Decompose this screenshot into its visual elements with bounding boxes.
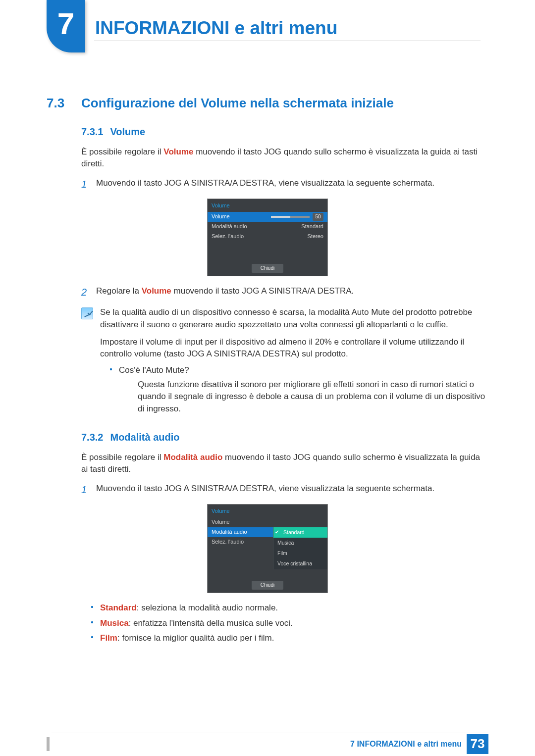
osd-option-musica[interactable]: Musica <box>273 538 327 548</box>
osd-row-select-audio[interactable]: Selez. l'audio Stereo <box>208 232 327 242</box>
osd-label: Modalità audio <box>212 528 269 536</box>
keyword-standard: Standard <box>100 603 137 612</box>
bullet-film: Film: fornisce la miglior qualità audio … <box>91 632 488 645</box>
bullet-text: : seleziona la modalità audio normale. <box>137 603 278 612</box>
note-paragraph: Se la qualità audio di un dispositivo co… <box>100 306 488 331</box>
bullet-text: : enfatizza l'intensità della musica sul… <box>129 618 293 628</box>
bullet-standard: Standard: seleziona la modalità audio no… <box>91 602 488 614</box>
osd-label: Modalità audio <box>212 223 294 231</box>
osd-footer: Chiudi <box>208 261 327 276</box>
chapter-title: INFORMAZIONI e altri menu <box>95 15 337 42</box>
note-paragraph: Impostare il volume di input per il disp… <box>100 336 488 360</box>
step-2: 2 Regolare la Volume muovendo il tasto J… <box>81 285 488 300</box>
note-icon <box>81 307 93 319</box>
subsection-heading-volume: 7.3.1Volume <box>81 125 488 139</box>
subsection-number: 7.3.2 <box>81 432 103 443</box>
step-number: 1 <box>81 177 96 192</box>
section-title: Configurazione del Volume nella schermat… <box>81 94 482 113</box>
osd-title: Volume <box>208 504 327 517</box>
osd-audio-mode-panel: Volume Volume Modalità audio Selez. l'au… <box>207 504 328 593</box>
note-question: Cos'è l'Auto Mute? <box>119 365 189 375</box>
step-text: Muovendo il tasto JOG A SINISTRA/A DESTR… <box>96 483 488 497</box>
audio-mode-intro: È possibile regolare il Modalità audio m… <box>81 452 488 476</box>
osd-row-audio-mode[interactable]: Modalità audio Standard <box>208 222 327 232</box>
step-number: 1 <box>81 483 96 497</box>
step-1-audio-mode: 1 Muovendo il tasto JOG A SINISTRA/A DES… <box>81 483 488 497</box>
osd-footer: Chiudi <box>208 578 327 593</box>
note-bullet: Cos'è l'Auto Mute? Questa funzione disat… <box>110 364 488 415</box>
text-fragment: È possibile regolare il <box>81 453 163 462</box>
osd-volume-value: 50 <box>313 213 323 221</box>
osd-title: Volume <box>208 199 327 212</box>
note-answer: Questa funzione disattiva il sonoro per … <box>138 379 488 415</box>
text-fragment: È possibile regolare il <box>81 147 163 156</box>
subsection-heading-audio-mode: 7.3.2Modalità audio <box>81 430 488 445</box>
osd-close-button[interactable]: Chiudi <box>252 264 283 273</box>
osd-row-select-audio[interactable]: Selez. l'audio <box>208 537 273 547</box>
subsection-title: Modalità audio <box>110 432 179 443</box>
keyword-volume: Volume <box>142 286 171 296</box>
osd-option-film[interactable]: Film <box>273 548 327 558</box>
osd-row-volume[interactable]: Volume <box>208 517 327 527</box>
osd-label: Selez. l'audio <box>212 538 269 546</box>
keyword-musica: Musica <box>100 618 129 628</box>
text-fragment: muovendo il tasto JOG A SINISTRA/A DESTR… <box>171 286 354 296</box>
osd-label: Selez. l'audio <box>212 233 294 241</box>
chapter-divider <box>94 41 481 41</box>
keyword-film: Film <box>100 633 117 643</box>
volume-intro: È possibile regolare il Volume muovendo … <box>81 146 488 170</box>
osd-dropdown-audio-mode[interactable]: Standard Musica Film Voce cristallina <box>273 527 327 569</box>
section-number: 7.3 <box>47 94 81 113</box>
keyword-volume: Volume <box>163 147 193 156</box>
osd-label: Volume <box>212 518 323 526</box>
osd-row-audio-mode[interactable]: Modalità audio <box>208 527 273 537</box>
keyword-audio-mode: Modalità audio <box>163 453 222 462</box>
text-fragment: Regolare la <box>96 286 142 296</box>
step-text: Regolare la Volume muovendo il tasto JOG… <box>96 285 488 300</box>
osd-volume-panel: Volume Volume 50 Modalità audio Standard… <box>207 199 328 276</box>
osd-option-voce[interactable]: Voce cristallina <box>273 558 327 569</box>
bullet-musica: Musica: enfatizza l'intensità della musi… <box>91 617 488 630</box>
step-1: 1 Muovendo il tasto JOG A SINISTRA/A DES… <box>81 177 488 192</box>
note-block: Se la qualità audio di un dispositivo co… <box>81 306 488 418</box>
osd-value: Standard <box>294 223 323 231</box>
osd-value: Stereo <box>294 233 323 241</box>
bullet-text: : fornisce la miglior qualità audio per … <box>117 633 274 643</box>
osd-row-volume[interactable]: Volume 50 <box>208 212 327 222</box>
osd-close-button[interactable]: Chiudi <box>252 581 283 590</box>
step-text: Muovendo il tasto JOG A SINISTRA/A DESTR… <box>96 177 488 192</box>
subsection-title: Volume <box>110 126 145 137</box>
osd-option-standard[interactable]: Standard <box>273 527 327 538</box>
osd-label: Volume <box>212 213 271 221</box>
step-number: 2 <box>81 285 96 300</box>
osd-volume-slider[interactable] <box>271 216 310 218</box>
subsection-number: 7.3.1 <box>81 126 103 137</box>
